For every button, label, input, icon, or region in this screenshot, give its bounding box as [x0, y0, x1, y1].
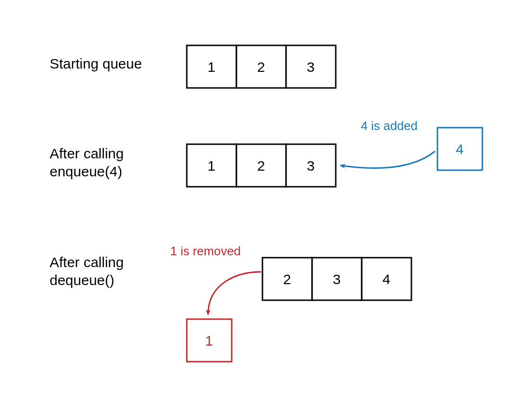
- label-after-enqueue-line1: After calling: [50, 146, 124, 161]
- stage-starting: Starting queue 1 2 3: [50, 45, 336, 88]
- arrow-dequeue: [208, 272, 261, 314]
- label-starting-queue: Starting queue: [50, 56, 142, 71]
- label-after-dequeue-line1: After calling: [50, 254, 124, 270]
- queue-cell-value: 3: [307, 158, 315, 174]
- incoming-cell-value: 4: [456, 141, 464, 157]
- arrow-enqueue: [340, 151, 435, 168]
- after-enqueue-queue-boxes: 1 2 3: [187, 144, 336, 187]
- stage-after-dequeue: After calling dequeue() 1 is removed 2 3…: [50, 244, 411, 362]
- starting-queue-boxes: 1 2 3: [187, 45, 336, 88]
- queue-cell-value: 2: [283, 271, 291, 287]
- removed-cell-value: 1: [205, 333, 213, 348]
- queue-cell-value: 4: [383, 271, 391, 287]
- removed-element-box: 1: [187, 319, 232, 362]
- queue-cell-value: 3: [307, 59, 315, 75]
- queue-operations-diagram: Starting queue 1 2 3 After calling enque…: [0, 0, 532, 408]
- queue-cell-value: 2: [257, 59, 265, 75]
- queue-cell-value: 2: [257, 158, 265, 174]
- queue-cell-value: 1: [208, 59, 216, 75]
- incoming-element-box: 4: [437, 128, 482, 170]
- queue-cell-value: 1: [208, 158, 216, 174]
- after-dequeue-queue-boxes: 2 3 4: [262, 258, 411, 300]
- label-after-enqueue-line2: enqueue(4): [50, 164, 122, 179]
- stage-after-enqueue: After calling enqueue(4) 1 2 3 4 is adde…: [50, 119, 482, 187]
- queue-cell-value: 3: [333, 271, 341, 287]
- label-after-dequeue-line2: dequeue(): [50, 272, 114, 288]
- annotation-removed: 1 is removed: [170, 244, 241, 258]
- annotation-added: 4 is added: [361, 119, 418, 133]
